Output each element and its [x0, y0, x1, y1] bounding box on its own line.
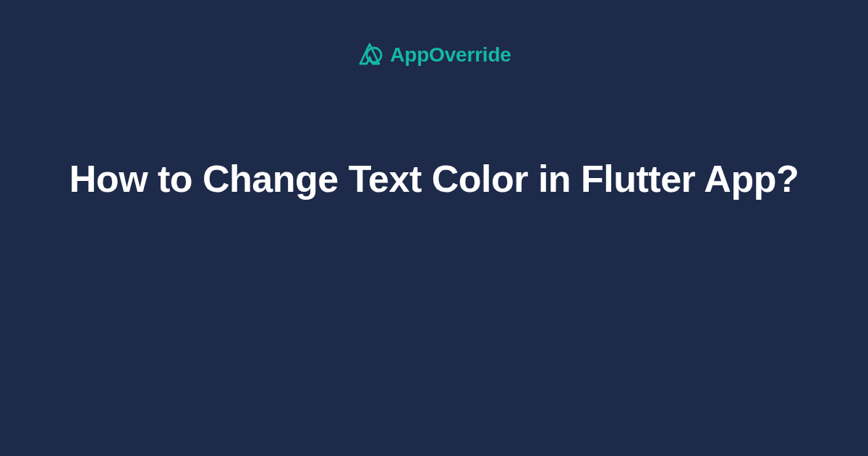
brand-logo: AppOverride: [357, 42, 511, 68]
page-headline: How to Change Text Color in Flutter App?: [12, 155, 856, 204]
brand-name: AppOverride: [390, 43, 511, 67]
app-override-logo-icon: [357, 42, 383, 68]
